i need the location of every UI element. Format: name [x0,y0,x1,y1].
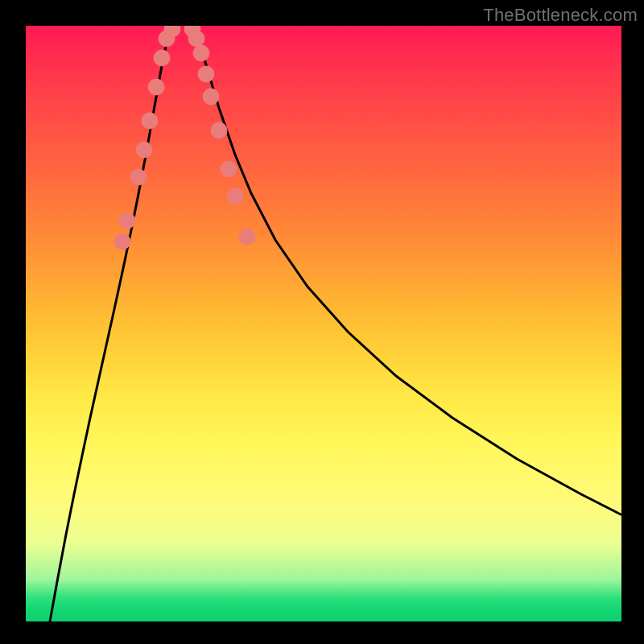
data-marker [193,45,209,61]
data-marker [142,113,158,129]
data-marker [188,31,204,47]
data-marker [203,89,219,105]
data-marker [221,161,237,177]
curve-layer [50,26,621,621]
data-marker [154,50,170,66]
data-marker [119,213,135,229]
data-marker [130,169,147,185]
marker-layer [114,26,255,250]
data-marker [227,188,243,204]
chart-svg [26,26,621,621]
data-marker [148,79,164,95]
data-marker [198,66,214,82]
data-marker [239,229,255,245]
plot-area [26,26,621,621]
curve-right-curve [191,26,621,514]
data-marker [136,142,152,158]
figure-root: TheBottleneck.com [0,0,644,644]
data-marker [211,122,227,138]
attribution-text: TheBottleneck.com [483,5,638,26]
data-marker [114,233,130,250]
